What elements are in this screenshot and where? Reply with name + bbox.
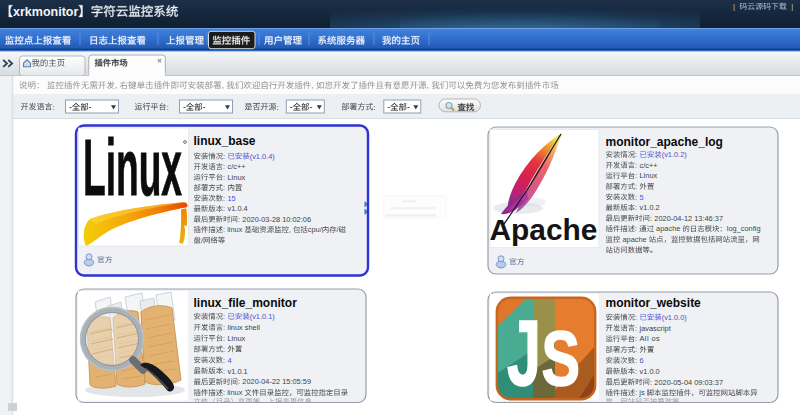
svg-text:Linux: Linux xyxy=(640,171,658,180)
svg-text::: : xyxy=(635,182,637,191)
svg-text:,: , xyxy=(222,80,224,90)
svg-text:: js: : js xyxy=(635,388,645,397)
svg-text::: : xyxy=(635,224,637,233)
svg-text:apache: apache xyxy=(656,224,680,233)
svg-text:(v1.0.4): (v1.0.4) xyxy=(250,152,275,161)
svg-text:5: 5 xyxy=(640,193,644,202)
svg-text:,: , xyxy=(289,225,291,234)
svg-text:(v1.0.2): (v1.0.2) xyxy=(662,150,687,159)
svg-text:2020-04-12 13:46:37: 2020-04-12 13:46:37 xyxy=(654,214,723,223)
svg-text:,: , xyxy=(427,80,429,90)
svg-text:cpu/: cpu/ xyxy=(308,225,323,234)
svg-text:-: - xyxy=(69,102,72,112)
svg-text::: : xyxy=(650,378,652,387)
svg-text:-: - xyxy=(89,102,92,112)
svg-text:monitor_apache_log: monitor_apache_log xyxy=(606,135,723,149)
svg-text:javascript: javascript xyxy=(639,324,671,333)
svg-text:-: - xyxy=(183,102,186,112)
svg-text:(v1.0.1): (v1.0.1) xyxy=(250,312,275,321)
svg-text:-: - xyxy=(203,102,206,112)
svg-text:-: - xyxy=(407,102,410,112)
svg-text::: : xyxy=(277,103,279,112)
svg-text:2020-05-04 09:03:37: 2020-05-04 09:03:37 xyxy=(654,378,723,387)
svg-text:: linux: : linux xyxy=(223,388,243,397)
svg-text:v1.0.4: v1.0.4 xyxy=(228,204,248,213)
svg-text::: : xyxy=(223,173,225,182)
svg-text::: : xyxy=(223,183,225,192)
svg-text::: : xyxy=(238,377,240,386)
svg-text::: : xyxy=(223,367,225,376)
svg-text:-: - xyxy=(387,102,390,112)
svg-text::: : xyxy=(223,194,225,203)
svg-text::: : xyxy=(650,214,652,223)
svg-text:(v1.0.0): (v1.0.0) xyxy=(662,313,687,322)
svg-text:log_config: log_config xyxy=(727,224,761,233)
svg-text:15: 15 xyxy=(228,194,236,203)
svg-text:-: - xyxy=(290,102,293,112)
svg-text::: : xyxy=(238,215,240,224)
svg-text:v1.0.2: v1.0.2 xyxy=(640,203,660,212)
svg-text::: : xyxy=(223,162,225,171)
svg-text::: : xyxy=(635,161,637,170)
svg-text:-: - xyxy=(309,102,312,112)
svg-text:Linux: Linux xyxy=(228,334,246,343)
svg-text:,: , xyxy=(311,80,313,90)
svg-text::: : xyxy=(223,345,225,354)
svg-text::: : xyxy=(635,150,637,159)
svg-text:c/c++: c/c++ xyxy=(228,162,246,171)
svg-text:Apache: Apache xyxy=(490,214,598,246)
svg-text:linux shell: linux shell xyxy=(228,323,261,332)
svg-text::: : xyxy=(635,324,637,333)
svg-text:|: | xyxy=(733,2,735,11)
svg-text:,: , xyxy=(115,80,117,90)
svg-text::: : xyxy=(635,334,637,343)
svg-text:v1.0.0: v1.0.0 xyxy=(640,367,660,376)
svg-text:xrkmonitor: xrkmonitor xyxy=(13,5,78,19)
svg-text::: : xyxy=(53,103,55,112)
svg-text::: : xyxy=(223,334,225,343)
svg-text::: : xyxy=(635,367,637,376)
svg-text:linux_base: linux_base xyxy=(194,134,256,148)
svg-text:linux_file_monitor: linux_file_monitor xyxy=(194,296,298,310)
svg-text::: : xyxy=(635,203,637,212)
svg-text::: : xyxy=(223,204,225,213)
svg-text:c/c++: c/c++ xyxy=(640,161,658,170)
svg-text:: linux: : linux xyxy=(223,225,243,234)
svg-text::: : xyxy=(635,193,637,202)
svg-text::: : xyxy=(167,103,169,112)
svg-text:v1.0.1: v1.0.1 xyxy=(228,367,248,376)
svg-text:S: S xyxy=(542,314,581,402)
svg-text:All os: All os xyxy=(640,334,660,343)
svg-text::: : xyxy=(635,356,637,365)
svg-text:6: 6 xyxy=(640,356,644,365)
svg-text:2020-04-22 15:05:59: 2020-04-22 15:05:59 xyxy=(242,377,311,386)
svg-text::: : xyxy=(635,345,637,354)
svg-text::: : xyxy=(373,103,375,112)
svg-text::: : xyxy=(223,152,225,161)
svg-text::: : xyxy=(223,323,225,332)
svg-text:2020-03-28 10:02:06: 2020-03-28 10:02:06 xyxy=(242,215,311,224)
svg-text:|: | xyxy=(791,2,793,11)
svg-text:4: 4 xyxy=(228,356,232,365)
svg-text:monitor_website: monitor_website xyxy=(606,296,702,310)
svg-text::: : xyxy=(635,313,637,322)
svg-text:J: J xyxy=(507,302,541,404)
svg-text:apache: apache xyxy=(622,235,646,244)
svg-text::: : xyxy=(223,356,225,365)
svg-text:Linux: Linux xyxy=(83,123,182,212)
svg-text:Linux: Linux xyxy=(228,173,246,182)
svg-text::: : xyxy=(635,171,637,180)
svg-text::: : xyxy=(223,312,225,321)
